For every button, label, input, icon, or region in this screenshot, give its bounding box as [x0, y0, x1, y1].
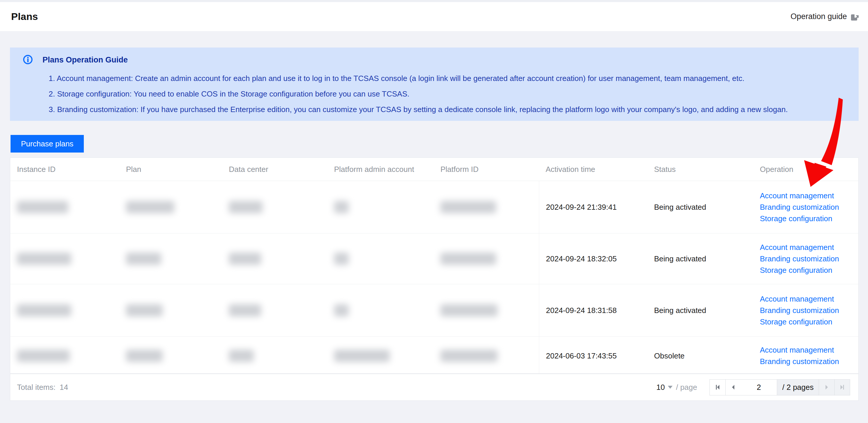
- table-row: 2024-09-24 21:39:41 Being activated Acco…: [10, 181, 858, 233]
- chevron-down-icon: [668, 386, 673, 389]
- next-page-button[interactable]: [819, 379, 834, 395]
- column-header-platform-admin-account: Platform admin account: [327, 165, 434, 174]
- last-page-button[interactable]: [834, 379, 850, 395]
- instance-id-redacted: [10, 201, 119, 213]
- first-page-button[interactable]: [710, 379, 725, 395]
- previous-page-icon: [730, 384, 737, 390]
- total-pages-label: / 2 pages: [777, 379, 819, 395]
- data-center-redacted: [222, 201, 327, 213]
- operation-guide-link[interactable]: Operation guide: [790, 12, 859, 21]
- account-management-link[interactable]: Account management: [760, 190, 858, 201]
- total-items-label: Total items:: [17, 383, 56, 392]
- storage-configuration-link[interactable]: Storage configuration: [760, 264, 858, 276]
- banner-title: Plans Operation Guide: [42, 55, 128, 64]
- browser-edge-strip: [0, 0, 868, 2]
- status-cell: Obsolete: [647, 351, 753, 361]
- page-title: Plans: [11, 11, 38, 22]
- plan-redacted: [119, 304, 222, 316]
- platform-id-redacted: [434, 304, 539, 316]
- column-header-activation-time: Activation time: [539, 165, 647, 174]
- page-header: Plans Operation guide: [0, 2, 868, 31]
- external-link-icon: [850, 12, 859, 21]
- branding-customization-link[interactable]: Branding customization: [760, 305, 858, 316]
- column-header-data-center: Data center: [222, 165, 327, 174]
- branding-customization-link[interactable]: Branding customization: [760, 201, 858, 213]
- page-size-value: 10: [656, 383, 665, 392]
- platform-admin-redacted: [327, 201, 434, 213]
- storage-configuration-link[interactable]: Storage configuration: [760, 316, 858, 328]
- platform-admin-redacted: [327, 253, 434, 265]
- data-center-redacted: [222, 304, 327, 316]
- table-row: 2024-09-24 18:32:05 Being activated Acco…: [10, 233, 858, 284]
- storage-configuration-link[interactable]: Storage configuration: [760, 213, 858, 224]
- info-icon: [23, 55, 33, 64]
- pager: / 2 pages: [710, 379, 850, 395]
- plans-table-card: Instance ID Plan Data center Platform ad…: [10, 158, 859, 401]
- status-cell: Being activated: [647, 306, 753, 315]
- plan-redacted: [119, 253, 222, 265]
- banner-guide-list: 1. Account management: Create an admin a…: [49, 71, 788, 117]
- status-cell: Being activated: [647, 254, 753, 263]
- banner-guide-item: 1. Account management: Create an admin a…: [49, 71, 788, 86]
- page-size-select[interactable]: 10 / page: [656, 383, 697, 392]
- table-header-row: Instance ID Plan Data center Platform ad…: [10, 158, 858, 181]
- operation-guide-label: Operation guide: [790, 12, 847, 21]
- pagination-bar: Total items: 14 10 / page: [10, 373, 858, 400]
- operation-cell: Account management Branding customizatio…: [753, 293, 858, 328]
- table-row: 2024-09-24 18:31:58 Being activated Acco…: [10, 284, 858, 337]
- activation-time-cell: 2024-09-24 21:39:41: [539, 181, 647, 233]
- account-management-link[interactable]: Account management: [760, 293, 858, 305]
- first-page-icon: [714, 384, 721, 390]
- column-header-status: Status: [647, 165, 753, 174]
- branding-customization-link[interactable]: Branding customization: [760, 253, 858, 264]
- plan-redacted: [119, 350, 222, 362]
- account-management-link[interactable]: Account management: [760, 344, 858, 356]
- per-page-label: / page: [676, 383, 697, 392]
- column-header-platform-id: Platform ID: [434, 165, 539, 174]
- current-page-input[interactable]: [741, 379, 777, 395]
- previous-page-button[interactable]: [725, 379, 741, 395]
- activation-time-cell: 2024-09-24 18:32:05: [539, 233, 647, 284]
- operation-cell: Account management Branding customizatio…: [753, 344, 858, 367]
- account-management-link[interactable]: Account management: [760, 242, 858, 253]
- plans-operation-guide-banner: Plans Operation Guide 1. Account managem…: [10, 48, 859, 121]
- platform-id-redacted: [434, 350, 539, 362]
- next-page-icon: [824, 384, 830, 390]
- column-header-instance-id: Instance ID: [10, 165, 119, 174]
- table-row: 2024-06-03 17:43:55 Obsolete Account man…: [10, 337, 858, 375]
- plan-redacted: [119, 201, 222, 213]
- instance-id-redacted: [10, 350, 119, 362]
- instance-id-redacted: [10, 253, 119, 265]
- purchase-plans-button[interactable]: Purchase plans: [10, 135, 84, 152]
- platform-admin-redacted: [327, 304, 434, 316]
- platform-id-redacted: [434, 201, 539, 213]
- column-header-operation: Operation: [753, 165, 858, 174]
- status-cell: Being activated: [647, 203, 753, 212]
- banner-guide-item: 3. Branding customization: If you have p…: [49, 102, 788, 117]
- operation-cell: Account management Branding customizatio…: [753, 190, 858, 224]
- total-items: Total items: 14: [17, 383, 68, 392]
- branding-customization-link[interactable]: Branding customization: [760, 356, 858, 367]
- operation-cell: Account management Branding customizatio…: [753, 242, 858, 276]
- banner-guide-item: 2. Storage configuration: You need to en…: [49, 86, 788, 102]
- total-items-count: 14: [60, 383, 68, 392]
- column-header-plan: Plan: [119, 165, 222, 174]
- last-page-icon: [839, 384, 845, 390]
- instance-id-redacted: [10, 304, 119, 316]
- data-center-redacted: [222, 253, 327, 265]
- platform-id-redacted: [434, 253, 539, 265]
- activation-time-cell: 2024-09-24 18:31:58: [539, 284, 647, 336]
- platform-admin-redacted: [327, 350, 434, 362]
- activation-time-cell: 2024-06-03 17:43:55: [539, 337, 647, 375]
- data-center-redacted: [222, 350, 327, 362]
